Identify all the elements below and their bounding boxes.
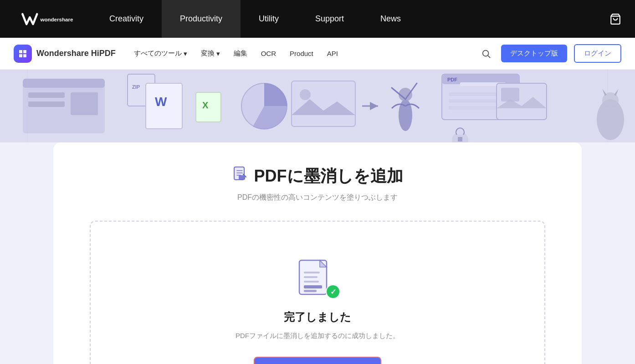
link-product[interactable]: Product [290,50,313,57]
nav-item-utility[interactable]: Utility [241,0,297,38]
svg-text:X: X [202,100,209,110]
svg-point-2 [483,50,489,56]
brand-icon [14,45,32,63]
sub-nav-actions: デスクトップ版 ログイン [478,44,621,63]
svg-text:PDF: PDF [447,77,457,82]
svg-line-3 [488,56,490,58]
success-subtitle: PDFファイルに墨消しを追加するのに成功しました。 [236,332,399,340]
success-area: ✓ 完了しました PDFファイルに墨消しを追加するのに成功しました。 ダウンロー… [226,249,409,364]
nav-item-creativity[interactable]: Creativity [91,0,162,38]
svg-rect-40 [304,281,319,283]
link-edit[interactable]: 編集 [234,49,247,58]
success-icon-container: ✓ [297,258,338,299]
login-button[interactable]: ログイン [574,44,621,63]
svg-rect-9 [71,92,98,115]
svg-rect-17 [292,81,355,126]
chevron-down-icon: ▾ [216,50,220,58]
top-nav-items: Creativity Productivity Utility Support … [91,0,596,38]
sub-nav: Wondershare HiPDF すべてのツール ▾ 変換 ▾ 編集 OCR … [0,38,635,70]
svg-rect-27 [449,106,503,110]
nav-item-productivity[interactable]: Productivity [162,0,241,38]
svg-rect-7 [28,92,65,98]
svg-rect-14 [196,92,221,122]
chevron-down-icon: ▾ [184,50,187,58]
content-card: PDFに墨消しを追加 PDFの機密性の高いコンテンツを塗りつぶします [53,142,582,364]
page-subtitle: PDFの機密性の高いコンテンツを塗りつぶします [232,193,403,202]
download-button[interactable]: ダウンロード [254,357,381,364]
cart-icon[interactable] [596,0,635,38]
nav-item-support[interactable]: Support [297,0,362,38]
svg-rect-26 [449,99,499,103]
nav-item-news[interactable]: News [362,0,419,38]
svg-point-18 [300,89,311,100]
hero-banner: ZIP W X PDF [0,70,635,142]
svg-rect-38 [304,272,320,273]
sub-nav-links: すべてのツール ▾ 変換 ▾ 編集 OCR Product API [134,49,478,58]
success-title: 完了しました [284,310,351,324]
page-title-area: PDFに墨消しを追加 PDFの機密性の高いコンテンツを塗りつぶします [232,165,403,202]
svg-rect-6 [23,79,105,88]
svg-rect-42 [304,290,317,292]
top-nav: wondershare Creativity Productivity Util… [0,0,635,38]
page-title-icon [232,166,249,187]
link-api[interactable]: API [327,50,338,57]
svg-rect-41 [304,285,322,288]
main-content: PDFに墨消しを追加 PDFの機密性の高いコンテンツを塗りつぶします [0,142,635,364]
svg-rect-8 [28,101,65,107]
svg-text:W: W [155,95,167,109]
svg-text:ZIP: ZIP [132,84,140,90]
link-all-tools[interactable]: すべてのツール ▾ [134,49,187,58]
svg-text:wondershare: wondershare [40,16,73,22]
link-convert[interactable]: 変換 ▾ [201,49,220,58]
search-button[interactable] [478,46,494,62]
svg-rect-39 [304,276,318,278]
logo[interactable]: wondershare [0,0,91,38]
page-title: PDFに墨消しを追加 [232,165,403,187]
upload-area: ✓ 完了しました PDFファイルに墨消しを追加するのに成功しました。 ダウンロー… [90,221,545,364]
svg-rect-36 [239,175,245,180]
brand[interactable]: Wondershare HiPDF [14,45,116,63]
brand-name: Wondershare HiPDF [36,49,116,58]
link-ocr[interactable]: OCR [261,50,276,57]
desktop-button[interactable]: デスクトップ版 [501,45,567,62]
check-badge: ✓ [326,284,340,299]
